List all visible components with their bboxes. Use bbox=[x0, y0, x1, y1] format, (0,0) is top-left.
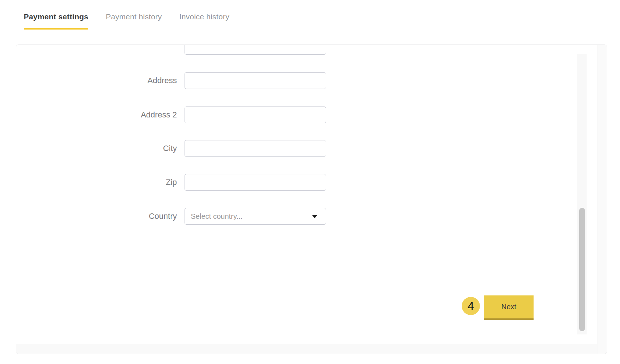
tab-invoice-history[interactable]: Invoice history bbox=[179, 12, 229, 30]
form-scrollbar-track[interactable] bbox=[577, 54, 587, 334]
address-label: Address bbox=[16, 72, 177, 89]
country-select-placeholder: Select country... bbox=[191, 212, 312, 221]
form-scrollbar-thumb[interactable] bbox=[579, 208, 585, 331]
address2-label: Address 2 bbox=[16, 107, 177, 123]
city-label: City bbox=[16, 140, 177, 157]
payment-settings-panel: Address Address 2 City Zip Country Selec… bbox=[16, 44, 607, 354]
country-label: Country bbox=[16, 208, 177, 225]
next-button[interactable]: Next bbox=[484, 295, 534, 320]
panel-scrollbar-track[interactable] bbox=[597, 45, 607, 354]
panel-footer-strip bbox=[16, 344, 597, 354]
billing-page: Payment settings Payment history Invoice… bbox=[0, 0, 620, 364]
address-input[interactable] bbox=[185, 72, 326, 89]
cropped-previous-field-input[interactable] bbox=[185, 44, 326, 55]
zip-input[interactable] bbox=[185, 174, 326, 191]
tab-payment-settings[interactable]: Payment settings bbox=[24, 12, 88, 30]
tab-payment-history[interactable]: Payment history bbox=[106, 12, 162, 30]
chevron-down-icon bbox=[312, 215, 318, 218]
billing-address-form: Address Address 2 City Zip Country Selec… bbox=[16, 45, 597, 344]
city-input[interactable] bbox=[185, 140, 326, 157]
billing-tabs: Payment settings Payment history Invoice… bbox=[24, 12, 229, 30]
zip-label: Zip bbox=[16, 174, 177, 191]
step-4-badge: 4 bbox=[462, 297, 480, 315]
country-select[interactable]: Select country... bbox=[185, 208, 326, 225]
address2-input[interactable] bbox=[185, 107, 326, 123]
